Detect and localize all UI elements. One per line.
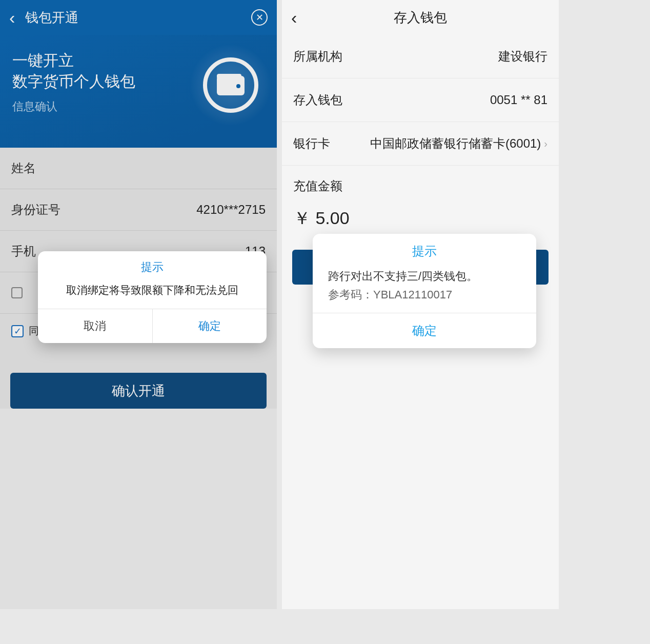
row-id[interactable]: 身份证号 4210***2715 [0,189,277,231]
amount-label: 充值金额 [282,166,559,199]
wallet-circle [203,57,258,113]
modal-cancel-button[interactable]: 取消 [38,309,153,343]
modal-title: 提示 [313,234,536,265]
topbar: ‹ 存入钱包 [282,0,559,35]
hero-banner: 一键开立 数字货币个人钱包 信息确认 [0,35,277,148]
back-icon[interactable]: ‹ [9,8,15,28]
close-icon[interactable]: ✕ [251,9,268,26]
row-wallet[interactable]: 存入钱包 0051 ** 81 [282,78,559,122]
page-title: 钱包开通 [25,9,251,27]
row-org[interactable]: 所属机构 建设银行 [282,35,559,78]
agree-checkbox[interactable]: ✓ [11,325,24,337]
org-label: 所属机构 [293,48,342,65]
bankcard-label: 银行卡 [293,135,330,152]
id-label: 身份证号 [11,202,60,218]
modal-button-row: 取消 确定 [38,309,267,343]
svg-rect-1 [217,74,241,79]
modal-message: 跨行对出不支持三/四类钱包。 [313,265,536,287]
wallet-label: 存入钱包 [293,92,342,108]
org-value: 建设银行 [498,48,547,65]
wallet-glow [190,44,272,126]
name-label: 姓名 [11,160,36,176]
code-label: 参考码： [328,288,373,301]
row-name[interactable]: 姓名 [0,148,277,189]
back-icon[interactable]: ‹ [291,8,312,28]
modal-title: 提示 [38,251,267,279]
row-checkbox-icon[interactable] [11,287,23,298]
wallet-icon [216,73,246,97]
wallet-value: 0051 ** 81 [490,93,547,107]
screen-open-wallet: ‹ 钱包开通 ✕ 一键开立 数字货币个人钱包 信息确认 姓名 身份证号 4210… [0,0,277,609]
page-title: 存入钱包 [312,9,550,27]
hint-modal: 提示 跨行对出不支持三/四类钱包。 参考码：YBLA12110017 确定 [313,234,536,348]
chevron-right-icon: › [544,138,547,150]
confirm-open-button[interactable]: 确认开通 [10,373,267,409]
svg-point-2 [236,84,240,88]
modal-message: 取消绑定将导致限额下降和无法兑回 [38,279,267,309]
bankcard-value: 中国邮政储蓄银行储蓄卡(6001) [370,135,541,152]
modal-ok-button[interactable]: 确定 [153,309,267,343]
screen-deposit-wallet: ‹ 存入钱包 所属机构 建设银行 存入钱包 0051 ** 81 银行卡 中国邮… [282,0,559,609]
modal-ref-code: 参考码：YBLA12110017 [313,287,536,313]
modal-ok-button[interactable]: 确定 [313,313,536,348]
hint-modal: 提示 取消绑定将导致限额下降和无法兑回 取消 确定 [38,251,267,343]
code-value: YBLA12110017 [373,288,452,301]
id-value: 4210***2715 [196,203,266,217]
phone-label: 手机 [11,243,36,259]
row-bankcard[interactable]: 银行卡 中国邮政储蓄银行储蓄卡(6001) › [282,122,559,166]
topbar: ‹ 钱包开通 ✕ [0,0,277,35]
